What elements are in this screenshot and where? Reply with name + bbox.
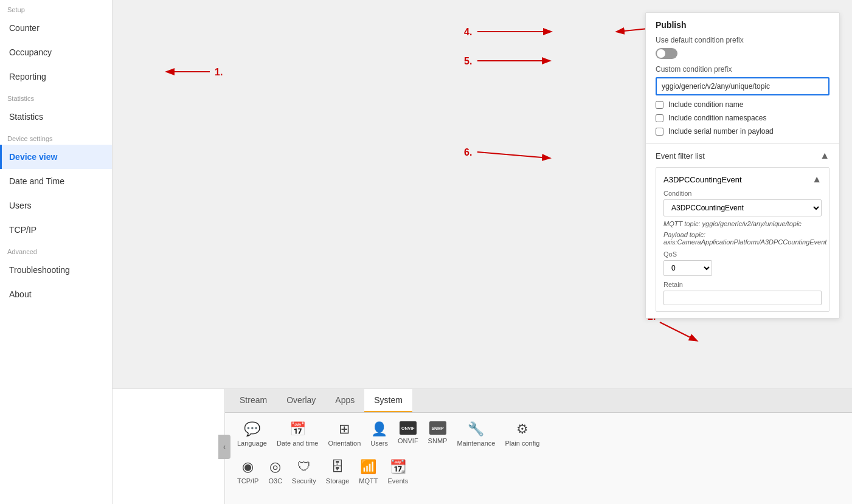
- sidebar-item-reporting[interactable]: Reporting: [0, 64, 112, 89]
- events-label: Events: [388, 477, 409, 485]
- icon-date-time[interactable]: 📅 Date and time: [274, 418, 320, 450]
- mqtt-panel: Publish Use default condition prefix Cus…: [645, 12, 840, 319]
- checkbox-include-condition-namespaces-label: Include condition namespaces: [668, 114, 766, 122]
- icon-language[interactable]: 💬 Language: [235, 418, 269, 450]
- system-icons-row2: ◉ TCP/IP ◎ O3C 🛡 Security 🗄 Storage: [235, 455, 842, 488]
- svg-text:1.: 1.: [215, 67, 223, 77]
- sidebar-item-troubleshooting[interactable]: Troubleshooting: [0, 258, 112, 282]
- plain-config-label: Plain config: [505, 440, 539, 447]
- checkbox-include-condition-namespaces[interactable]: Include condition namespaces: [656, 114, 829, 122]
- plain-config-icon: ⚙: [516, 421, 528, 437]
- svg-text:5.: 5.: [464, 56, 472, 66]
- svg-line-10: [477, 152, 549, 158]
- qos-select[interactable]: 0: [663, 260, 712, 276]
- date-time-icon: 📅: [289, 421, 306, 437]
- icon-o3c[interactable]: ◎ O3C: [266, 455, 285, 488]
- use-default-toggle[interactable]: [656, 48, 677, 59]
- icon-storage[interactable]: 🗄 Storage: [324, 455, 352, 488]
- sidebar-item-about[interactable]: About: [0, 282, 112, 306]
- checkbox-include-serial-number-label: Include serial number in payload: [668, 127, 774, 136]
- tab-overlay[interactable]: Overlay: [277, 389, 325, 412]
- maintenance-label: Maintenance: [457, 440, 495, 447]
- tab-apps[interactable]: Apps: [325, 389, 364, 412]
- checkbox-include-condition-name-input[interactable]: [656, 101, 663, 109]
- sidebar-item-counter[interactable]: Counter: [0, 16, 112, 40]
- language-label: Language: [237, 440, 267, 447]
- system-icons-area: 💬 Language 📅 Date and time ⊞ Orientation…: [225, 413, 852, 504]
- icon-orientation[interactable]: ⊞ Orientation: [325, 418, 363, 450]
- retain-section: Retain: [663, 281, 822, 305]
- sidebar-section-setup: Setup: [0, 0, 112, 16]
- custom-prefix-label: Custom condition prefix: [656, 65, 829, 74]
- snmp-icon: SNMP: [429, 421, 446, 435]
- publish-section: Publish Use default condition prefix Cus…: [646, 13, 839, 143]
- orientation-icon: ⊞: [339, 421, 350, 437]
- tab-bar: Stream Overlay Apps System: [225, 389, 852, 413]
- sidebar-item-users[interactable]: Users: [0, 193, 112, 218]
- custom-prefix-input[interactable]: [656, 77, 829, 95]
- orientation-label: Orientation: [328, 440, 361, 447]
- event-card-title: A3DPCCountingEvent: [663, 175, 742, 184]
- system-icons-row1: 💬 Language 📅 Date and time ⊞ Orientation…: [235, 418, 842, 450]
- icon-security[interactable]: 🛡 Security: [289, 455, 319, 488]
- tcp-ip-icon: ◉: [242, 459, 254, 475]
- condition-label: Condition: [663, 190, 822, 197]
- icon-mqtt[interactable]: 📶 MQTT: [356, 455, 380, 488]
- snmp-label: SNMP: [428, 437, 448, 444]
- onvif-icon: ONVIF: [400, 421, 417, 435]
- event-card-header: A3DPCCountingEvent ▲: [663, 174, 822, 185]
- checkbox-include-condition-name[interactable]: Include condition name: [656, 100, 829, 109]
- event-filter-title: Event filter list: [656, 151, 705, 161]
- mqtt-icon: 📶: [360, 459, 376, 475]
- sidebar-section-statistics: Statistics: [0, 89, 112, 105]
- sidebar-item-device-view[interactable]: Device view: [0, 145, 112, 169]
- use-default-label: Use default condition prefix: [656, 36, 829, 44]
- sidebar-item-occupancy[interactable]: Occupancy: [0, 40, 112, 64]
- tcp-ip-label: TCP/IP: [237, 477, 258, 485]
- tab-system[interactable]: System: [364, 389, 412, 412]
- icon-tcp-ip[interactable]: ◉ TCP/IP: [235, 455, 261, 488]
- o3c-label: O3C: [268, 477, 282, 485]
- sidebar-item-date-time[interactable]: Date and Time: [0, 169, 112, 193]
- users-label: Users: [370, 440, 388, 447]
- checkbox-include-condition-name-label: Include condition name: [668, 100, 743, 109]
- tab-stream[interactable]: Stream: [230, 389, 277, 412]
- checkbox-include-serial-number[interactable]: Include serial number in payload: [656, 127, 829, 136]
- onvif-label: ONVIF: [398, 437, 418, 444]
- event-filter-header[interactable]: Event filter list ▲: [656, 150, 829, 161]
- storage-label: Storage: [326, 477, 350, 485]
- icon-snmp[interactable]: SNMP SNMP: [426, 418, 450, 450]
- checkbox-include-condition-namespaces-input[interactable]: [656, 114, 663, 122]
- bottom-area: ‹ Stream Overlay Apps System 💬 Language: [113, 388, 852, 504]
- mqtt-label: MQTT: [359, 477, 378, 485]
- event-filter-chevron-up: ▲: [820, 150, 829, 161]
- retain-label: Retain: [663, 281, 822, 288]
- icon-maintenance[interactable]: 🔧 Maintenance: [454, 418, 497, 450]
- sidebar-section-device-settings: Device settings: [0, 129, 112, 145]
- storage-icon: 🗄: [331, 459, 344, 475]
- sidebar-section-advanced: Advanced: [0, 242, 112, 258]
- payload-topic-text: Payload topic: axis:CameraApplicationPla…: [663, 231, 822, 246]
- security-label: Security: [292, 477, 316, 485]
- security-icon: 🛡: [297, 459, 311, 475]
- icon-events[interactable]: 📆 Events: [386, 455, 411, 488]
- sidebar-item-statistics[interactable]: Statistics: [0, 105, 112, 129]
- language-icon: 💬: [244, 421, 260, 437]
- checkbox-include-serial-number-input[interactable]: [656, 128, 663, 136]
- sidebar-item-tcp-ip[interactable]: TCP/IP: [0, 218, 112, 242]
- retain-input-placeholder: [663, 291, 822, 305]
- icon-onvif[interactable]: ONVIF ONVIF: [395, 418, 421, 450]
- toggle-knob: [657, 49, 665, 58]
- condition-select-row: A3DPCCountingEvent: [663, 199, 822, 216]
- collapse-arrow[interactable]: ‹: [218, 435, 230, 459]
- o3c-icon: ◎: [269, 459, 281, 475]
- icon-users[interactable]: 👤 Users: [368, 418, 390, 450]
- icon-plain-config[interactable]: ⚙ Plain config: [502, 418, 542, 450]
- condition-select[interactable]: A3DPCCountingEvent: [663, 199, 822, 216]
- date-time-label: Date and time: [277, 440, 318, 447]
- events-icon: 📆: [390, 459, 406, 475]
- qos-section: QoS 0: [663, 250, 822, 276]
- event-card-chevron-up[interactable]: ▲: [812, 174, 822, 185]
- event-card-a3dpc: A3DPCCountingEvent ▲ Condition A3DPCCoun…: [656, 167, 829, 312]
- toggle-row: [656, 48, 829, 59]
